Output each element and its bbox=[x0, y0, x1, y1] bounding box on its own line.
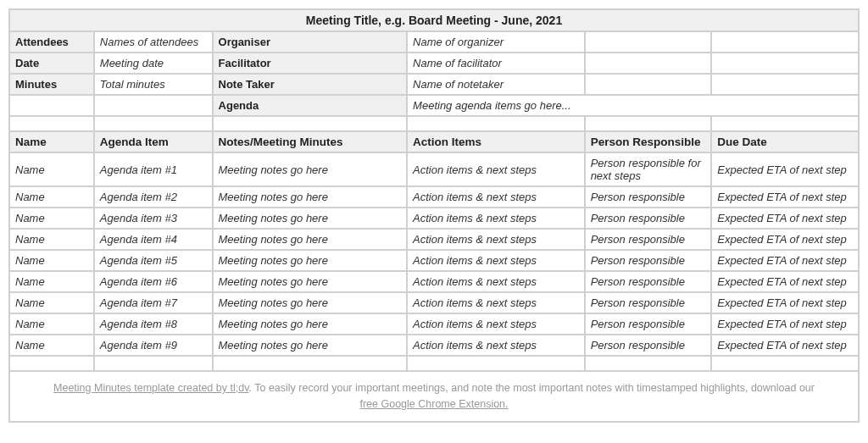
cell-person: Person responsible bbox=[585, 250, 712, 271]
cell-name: Name bbox=[9, 313, 94, 335]
blank-cell bbox=[585, 116, 712, 131]
facilitator-value: Name of facilitator bbox=[407, 53, 585, 74]
agenda-label: Agenda bbox=[213, 95, 408, 116]
cell-due: Expected ETA of next step bbox=[711, 152, 859, 186]
blank-cell bbox=[213, 356, 408, 371]
blank-cell bbox=[94, 356, 213, 371]
cell-agenda: Agenda item #8 bbox=[94, 313, 213, 335]
notetaker-label: Note Taker bbox=[213, 74, 408, 95]
cell-notes: Meeting notes go here bbox=[213, 229, 408, 250]
cell-name: Name bbox=[9, 152, 94, 186]
cell-name: Name bbox=[9, 335, 94, 356]
table-row: NameAgenda item #6Meeting notes go hereA… bbox=[9, 271, 859, 292]
cell-name: Name bbox=[9, 271, 94, 292]
footer-text: . To easily record your important meetin… bbox=[248, 382, 814, 394]
col-notes: Notes/Meeting Minutes bbox=[213, 131, 408, 152]
blank-cell bbox=[585, 53, 712, 74]
date-label: Date bbox=[9, 53, 94, 74]
cell-due: Expected ETA of next step bbox=[711, 186, 859, 208]
facilitator-label: Facilitator bbox=[213, 53, 408, 74]
cell-notes: Meeting notes go here bbox=[213, 186, 408, 208]
organiser-label: Organiser bbox=[213, 31, 408, 53]
table-row: NameAgenda item #3Meeting notes go hereA… bbox=[9, 208, 859, 229]
blank-cell bbox=[711, 31, 859, 53]
cell-name: Name bbox=[9, 292, 94, 313]
notetaker-value: Name of notetaker bbox=[407, 74, 585, 95]
blank-cell bbox=[94, 95, 213, 116]
attendees-label: Attendees bbox=[9, 31, 94, 53]
cell-person: Person responsible bbox=[585, 313, 712, 335]
table-row: NameAgenda item #5Meeting notes go hereA… bbox=[9, 250, 859, 271]
cell-actions: Action items & next steps bbox=[407, 292, 585, 313]
cell-notes: Meeting notes go here bbox=[213, 335, 408, 356]
footer-note: Meeting Minutes template created by tl;d… bbox=[9, 371, 859, 422]
cell-due: Expected ETA of next step bbox=[711, 292, 859, 313]
blank-cell bbox=[711, 74, 859, 95]
blank-cell bbox=[585, 74, 712, 95]
col-person: Person Responsible bbox=[585, 131, 712, 152]
col-due: Due Date bbox=[711, 131, 859, 152]
blank-cell bbox=[9, 95, 94, 116]
blank-cell bbox=[585, 31, 712, 53]
blank-cell bbox=[711, 53, 859, 74]
cell-person: Person responsible bbox=[585, 229, 712, 250]
cell-notes: Meeting notes go here bbox=[213, 271, 408, 292]
col-name: Name bbox=[9, 131, 94, 152]
table-row: NameAgenda item #1Meeting notes go hereA… bbox=[9, 152, 859, 186]
cell-actions: Action items & next steps bbox=[407, 271, 585, 292]
cell-notes: Meeting notes go here bbox=[213, 292, 408, 313]
cell-person: Person responsible bbox=[585, 335, 712, 356]
meeting-title: Meeting Title, e.g. Board Meeting - June… bbox=[9, 9, 859, 31]
cell-actions: Action items & next steps bbox=[407, 313, 585, 335]
table-row: NameAgenda item #2Meeting notes go hereA… bbox=[9, 186, 859, 208]
minutes-value: Total minutes bbox=[94, 74, 213, 95]
blank-cell bbox=[407, 116, 585, 131]
blank-cell bbox=[585, 356, 712, 371]
cell-person: Person responsible bbox=[585, 292, 712, 313]
col-action-items: Action Items bbox=[407, 131, 585, 152]
cell-name: Name bbox=[9, 250, 94, 271]
blank-cell bbox=[407, 356, 585, 371]
cell-person: Person responsible for next steps bbox=[585, 152, 712, 186]
footer-link-tldv[interactable]: Meeting Minutes template created by tl;d… bbox=[53, 382, 248, 394]
blank-cell bbox=[711, 116, 859, 131]
blank-cell bbox=[9, 356, 94, 371]
cell-name: Name bbox=[9, 186, 94, 208]
cell-agenda: Agenda item #1 bbox=[94, 152, 213, 186]
cell-agenda: Agenda item #2 bbox=[94, 186, 213, 208]
table-row: NameAgenda item #8Meeting notes go hereA… bbox=[9, 313, 859, 335]
agenda-value: Meeting agenda items go here... bbox=[407, 95, 859, 116]
minutes-label: Minutes bbox=[9, 74, 94, 95]
table-row: NameAgenda item #9Meeting notes go hereA… bbox=[9, 335, 859, 356]
footer-link-extension[interactable]: free Google Chrome Extension. bbox=[359, 398, 508, 410]
cell-name: Name bbox=[9, 208, 94, 229]
cell-notes: Meeting notes go here bbox=[213, 250, 408, 271]
cell-agenda: Agenda item #3 bbox=[94, 208, 213, 229]
date-value: Meeting date bbox=[94, 53, 213, 74]
cell-agenda: Agenda item #7 bbox=[94, 292, 213, 313]
cell-person: Person responsible bbox=[585, 208, 712, 229]
cell-due: Expected ETA of next step bbox=[711, 250, 859, 271]
cell-notes: Meeting notes go here bbox=[213, 152, 408, 186]
col-agenda-item: Agenda Item bbox=[94, 131, 213, 152]
table-row: NameAgenda item #7Meeting notes go hereA… bbox=[9, 292, 859, 313]
cell-notes: Meeting notes go here bbox=[213, 208, 408, 229]
cell-notes: Meeting notes go here bbox=[213, 313, 408, 335]
blank-cell bbox=[711, 356, 859, 371]
blank-cell bbox=[94, 116, 213, 131]
cell-agenda: Agenda item #6 bbox=[94, 271, 213, 292]
cell-due: Expected ETA of next step bbox=[711, 335, 859, 356]
cell-agenda: Agenda item #5 bbox=[94, 250, 213, 271]
cell-actions: Action items & next steps bbox=[407, 186, 585, 208]
cell-due: Expected ETA of next step bbox=[711, 271, 859, 292]
cell-agenda: Agenda item #9 bbox=[94, 335, 213, 356]
cell-person: Person responsible bbox=[585, 271, 712, 292]
cell-actions: Action items & next steps bbox=[407, 229, 585, 250]
cell-due: Expected ETA of next step bbox=[711, 229, 859, 250]
meeting-minutes-sheet: Meeting Title, e.g. Board Meeting - June… bbox=[8, 8, 860, 423]
organiser-value: Name of organizer bbox=[407, 31, 585, 53]
cell-actions: Action items & next steps bbox=[407, 208, 585, 229]
blank-cell bbox=[9, 116, 94, 131]
attendees-value: Names of attendees bbox=[94, 31, 213, 53]
table-row: NameAgenda item #4Meeting notes go hereA… bbox=[9, 229, 859, 250]
